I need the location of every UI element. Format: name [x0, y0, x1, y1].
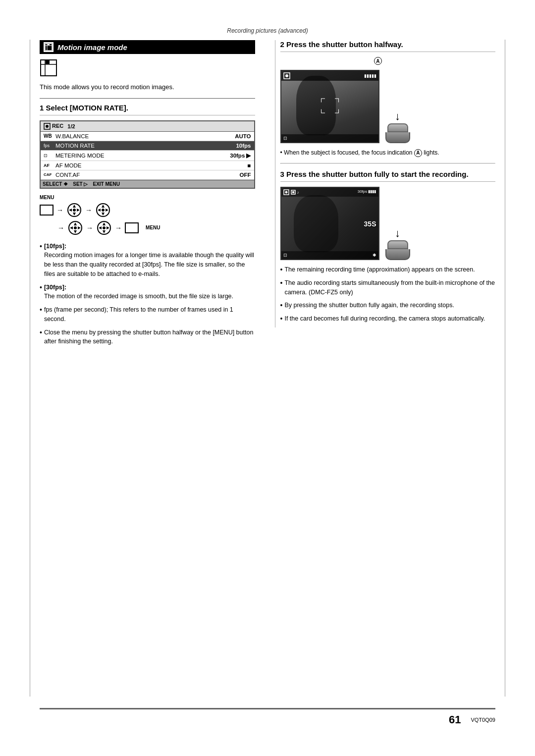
- nav-arrow-1: →: [56, 206, 63, 214]
- annotation-a-wrapper: A: [261, 57, 496, 65]
- nav-row-2: → →: [40, 202, 255, 218]
- step3-bullet-text-3: By pressing the shutter button fully aga…: [284, 301, 454, 310]
- nav-diagram: MENU →: [40, 195, 255, 236]
- step2-note: • When the subject is focused, the focus…: [280, 148, 496, 157]
- content-area: Motion image mode This mode allows you t…: [40, 40, 495, 350]
- bullet-item-4: • Close the menu by pressing the shutter…: [40, 328, 255, 347]
- camera-screen-2: ♪ 30fps ▮▮▮▮ 35S ⊡ ✱: [280, 187, 379, 260]
- menu-label-metering: METERING MODE: [55, 153, 228, 159]
- svg-marker-29: [103, 222, 106, 225]
- bullet-dot-3: •: [40, 305, 42, 324]
- menu-row-afmode: AF AF MODE ■: [41, 161, 254, 170]
- menu-label-wbalance: W.BALANCE: [55, 133, 233, 139]
- nav-row-3: → →: [57, 220, 255, 236]
- menu-value-contaf: OFF: [240, 172, 251, 178]
- focus-brackets-1: [321, 99, 339, 115]
- step3-bullet-text-2: The audio recording starts simultaneousl…: [284, 278, 495, 297]
- page-number: 61: [449, 713, 461, 726]
- header-text: Recording pictures (advanced): [227, 27, 308, 34]
- nav-dial-3: [67, 220, 83, 236]
- nav-arrow-2: →: [85, 206, 92, 214]
- nav-dial-4: [96, 220, 112, 236]
- step2-note-text: • When the subject is focused, the focus…: [280, 149, 414, 156]
- bullet-section: • [10fps]:Recording motion images for a …: [40, 242, 255, 347]
- shutter-icon-1: ↓: [385, 111, 410, 143]
- step3-bullet-2: • The audio recording starts simultaneou…: [280, 278, 496, 297]
- nav-arrow-3: →: [57, 224, 64, 232]
- screen2-overlay: ♪ 30fps ▮▮▮▮ 35S ⊡ ✱: [281, 188, 378, 259]
- svg-marker-31: [99, 226, 102, 229]
- svg-marker-12: [73, 213, 76, 216]
- nav-menu-box: [40, 205, 54, 216]
- svg-marker-14: [77, 209, 80, 212]
- two-column-layout: Motion image mode This mode allows you t…: [40, 40, 495, 350]
- screen1-top-bar: ▮▮▮▮▮: [281, 71, 378, 81]
- nav-arrow-4: →: [86, 224, 93, 232]
- svg-marker-24: [74, 230, 77, 233]
- nav-row-1: MENU: [40, 195, 255, 200]
- menu-value-wbalance: AUTO: [235, 133, 251, 139]
- shutter-body-2: [385, 249, 410, 260]
- shutter-arrow-down-2: ↓: [395, 228, 400, 239]
- step3-bullet-dot-4: •: [280, 314, 283, 324]
- screen2-bottom: ⊡ ✱: [281, 251, 378, 259]
- bullet-item-3: • fps (frame per second); This refers to…: [40, 305, 255, 324]
- svg-marker-30: [103, 230, 106, 233]
- menu-box: REC 1/2 WB W.BALANCE AUTO fps MOTION RAT…: [40, 120, 255, 189]
- screen2-mid: 35S: [281, 219, 378, 229]
- svg-point-37: [285, 191, 287, 194]
- menu-label-afmode: AF MODE: [55, 162, 246, 168]
- step3-bullet-4: • If the card becomes full during record…: [280, 314, 496, 324]
- shutter-arrow-down: ↓: [395, 111, 400, 122]
- svg-rect-3: [48, 44, 50, 45]
- screen2-bottom-left: ⊡: [283, 253, 287, 258]
- page-footer: 61 VQT0Q09: [0, 708, 535, 726]
- step3-bullet-dot-3: •: [280, 301, 283, 310]
- bullet-text-2: [30fps]:The motion of the recorded image…: [44, 283, 233, 302]
- menu-footer-set: SET ▷: [73, 181, 88, 187]
- svg-marker-13: [69, 209, 72, 212]
- screen2-bottom-right: ✱: [373, 253, 376, 258]
- step3-bullet-text-1: The remaining recording time (approximat…: [284, 265, 475, 274]
- shutter-icon-2: ↓: [385, 228, 410, 260]
- bullet-item-2: • [30fps]:The motion of the recorded ima…: [40, 283, 255, 302]
- step3-bullet-dot-1: •: [280, 265, 283, 274]
- svg-marker-25: [70, 226, 73, 229]
- svg-marker-26: [78, 226, 81, 229]
- screen1-bottom-left: ⊡: [283, 136, 287, 141]
- camera-screen-wrapper-2: ♪ 30fps ▮▮▮▮ 35S ⊡ ✱: [280, 187, 496, 260]
- nav-dial-2: [95, 202, 111, 218]
- step1-heading: 1 Select [MOTION RATE].: [40, 104, 255, 115]
- svg-marker-20: [106, 209, 108, 212]
- right-margin-line: [505, 40, 505, 697]
- svg-marker-32: [107, 226, 109, 229]
- svg-point-21: [102, 209, 105, 212]
- step2-note-end: lights.: [424, 149, 439, 156]
- nav-dial-1: [66, 202, 82, 218]
- menu-footer-select: SELECT ❖: [43, 181, 68, 187]
- screen1-top-right: ▮▮▮▮▮: [364, 73, 376, 78]
- bullet-item-1: • [10fps]:Recording motion images for a …: [40, 242, 255, 279]
- divider-1: [40, 98, 255, 99]
- divider-right-1: [280, 163, 496, 164]
- fps-icon: fps: [44, 143, 54, 148]
- page-header: Recording pictures (advanced): [0, 0, 535, 40]
- menu-value-metering: 30fps ▶: [230, 152, 251, 159]
- screen2-top: ♪ 30fps ▮▮▮▮: [281, 188, 378, 197]
- menu-footer: SELECT ❖ SET ▷ EXIT MENU: [41, 180, 254, 188]
- af-icon: AF: [44, 163, 54, 168]
- annotation-a-inline: A: [414, 149, 422, 157]
- nav-menu-label: MENU: [40, 195, 54, 200]
- svg-point-15: [73, 209, 76, 212]
- step3-bullet-text-4: If the card becomes full during recordin…: [284, 314, 485, 324]
- step3-bullet-1: • The remaining recording time (approxim…: [280, 265, 496, 274]
- caf-icon: CAF: [44, 172, 54, 177]
- svg-marker-23: [74, 222, 77, 225]
- camera-screen-1: ▮▮▮▮▮: [280, 70, 379, 143]
- section-title: Motion image mode: [57, 43, 127, 52]
- shutter-top-2: [387, 240, 408, 249]
- screen1-top-left: [283, 72, 290, 79]
- section-heading: Motion image mode: [40, 40, 255, 54]
- bullet-text-1: [10fps]:Recording motion images for a lo…: [44, 242, 255, 279]
- nav-end-box: [125, 222, 139, 233]
